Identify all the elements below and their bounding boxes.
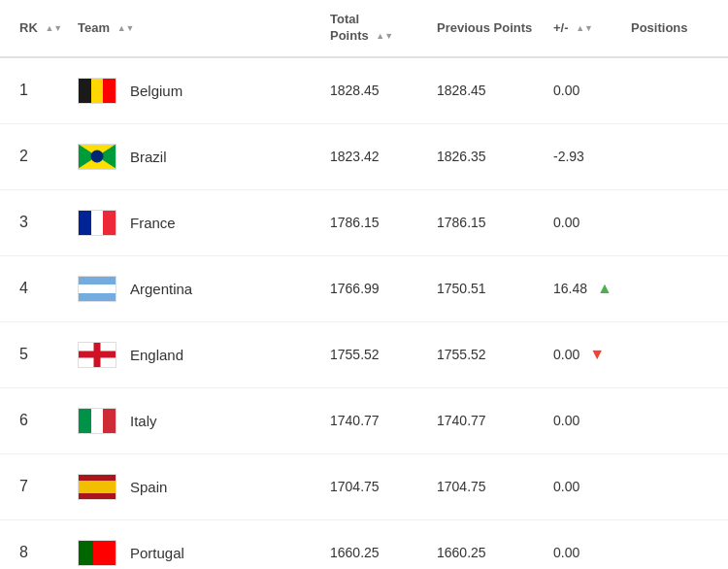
rank-number: 2 [19,148,28,164]
team-cell: Italy [78,408,330,434]
diff-cell: 0.00 [553,545,631,560]
flag-argentina [78,276,116,302]
diff-cell: 0.00 ▼ [553,346,631,363]
team-cell: Belgium [78,78,330,104]
flag-belgium [78,78,116,104]
diff-value: 16.48 [553,281,587,296]
col-rk-header[interactable]: RK ▲▼ [19,20,78,35]
team-name: Belgium [130,83,182,99]
table-row: 5 England 1755.52 1755.52 0.00 ▼ [0,322,728,388]
prev-points-value: 1755.52 [437,347,486,362]
team-cell: France [78,210,330,236]
diff-cell: 0.00 [553,215,631,230]
total-points-cell: 1660.25 [330,545,437,560]
team-sort-icon[interactable]: ▲▼ [117,24,135,33]
rank-number: 1 [19,82,28,98]
total-points-value: 1755.52 [330,347,380,362]
total-points-value: 1660.25 [330,545,380,560]
total-points-value: 1766.99 [330,281,380,296]
prev-points-value: 1786.15 [437,215,486,230]
total-points-cell: 1766.99 [330,281,437,296]
rank-cell: 1 [19,82,78,99]
rank-cell: 3 [19,214,78,231]
prev-points-value: 1740.77 [437,413,486,428]
total-sort-icon[interactable]: ▲▼ [376,32,393,41]
rank-cell: 4 [19,280,78,297]
diff-value: 0.00 [553,545,579,560]
col-diff-header[interactable]: +/- ▲▼ [553,20,631,35]
table-row: 4 Argentina 1766.99 1750.51 16.48 ▲ [0,256,728,322]
total-points-value: 1786.15 [330,215,380,230]
prev-points-value: 1828.45 [437,83,486,98]
diff-sort-icon[interactable]: ▲▼ [576,24,593,33]
prev-points-cell: 1750.51 [437,281,553,296]
rank-number: 4 [19,280,28,296]
prev-points-value: 1660.25 [437,545,486,560]
col-total-header[interactable]: TotalPoints ▲▼ [330,12,437,45]
total-points-value: 1823.42 [330,149,380,164]
diff-cell: 0.00 [553,413,631,428]
rank-cell: 2 [19,148,78,165]
team-cell: Portugal [78,540,330,566]
rk-sort-icon[interactable]: ▲▼ [45,24,62,33]
team-name: Spain [130,479,167,495]
up-arrow-icon: ▲ [597,280,612,296]
table-row: 3 France 1786.15 1786.15 0.00 [0,190,728,256]
rank-number: 8 [19,544,28,560]
rankings-table: RK ▲▼ Team ▲▼ TotalPoints ▲▼ Previous Po… [0,0,728,569]
col-prev-header: Previous Points [437,20,553,35]
prev-points-cell: 1826.35 [437,149,553,164]
total-points-value: 1828.45 [330,83,380,98]
rank-cell: 5 [19,346,78,363]
col-team-header[interactable]: Team ▲▼ [78,20,330,35]
table-row: 1 Belgium 1828.45 1828.45 0.00 [0,58,728,124]
rank-cell: 8 [19,544,78,561]
total-points-cell: 1823.42 [330,149,437,164]
table-header: RK ▲▼ Team ▲▼ TotalPoints ▲▼ Previous Po… [0,0,728,58]
total-points-cell: 1828.45 [330,83,437,98]
diff-value: 0.00 [553,215,579,230]
table-row: 7 Spain 1704.75 1704.75 0.00 [0,454,728,520]
diff-cell: 0.00 [553,83,631,98]
prev-points-cell: 1828.45 [437,83,553,98]
rank-cell: 7 [19,478,78,495]
rows-container: 1 Belgium 1828.45 1828.45 0.00 2 Brazil … [0,58,728,569]
rank-number: 7 [19,478,28,494]
team-name: Italy [130,413,157,429]
prev-points-cell: 1740.77 [437,413,553,428]
table-row: 8 Portugal 1660.25 1660.25 0.00 [0,520,728,569]
total-points-value: 1704.75 [330,479,380,494]
table-row: 2 Brazil 1823.42 1826.35 -2.93 [0,124,728,190]
total-points-cell: 1704.75 [330,479,437,494]
rank-cell: 6 [19,412,78,429]
diff-value: 0.00 [553,347,579,362]
prev-points-value: 1750.51 [437,281,486,296]
team-name: Portugal [130,545,184,561]
team-cell: England [78,342,330,368]
team-name: Brazil [130,149,167,165]
flag-italy [78,408,116,434]
diff-cell: -2.93 [553,149,631,164]
flag-england [78,342,116,368]
team-name: England [130,347,183,363]
diff-cell: 16.48 ▲ [553,280,631,297]
prev-points-cell: 1786.15 [437,215,553,230]
flag-spain [78,474,116,500]
flag-brazil [78,144,116,170]
diff-value: -2.93 [553,149,584,164]
rank-number: 6 [19,412,28,428]
flag-portugal [78,540,116,566]
team-cell: Argentina [78,276,330,302]
flag-france [78,210,116,236]
diff-value: 0.00 [553,479,579,494]
table-row: 6 Italy 1740.77 1740.77 0.00 [0,388,728,454]
diff-value: 0.00 [553,413,579,428]
rank-number: 5 [19,346,28,362]
team-name: Argentina [130,281,192,297]
diff-value: 0.00 [553,83,579,98]
prev-points-cell: 1660.25 [437,545,553,560]
total-points-cell: 1786.15 [330,215,437,230]
prev-points-value: 1704.75 [437,479,486,494]
prev-points-value: 1826.35 [437,149,486,164]
total-points-value: 1740.77 [330,413,380,428]
